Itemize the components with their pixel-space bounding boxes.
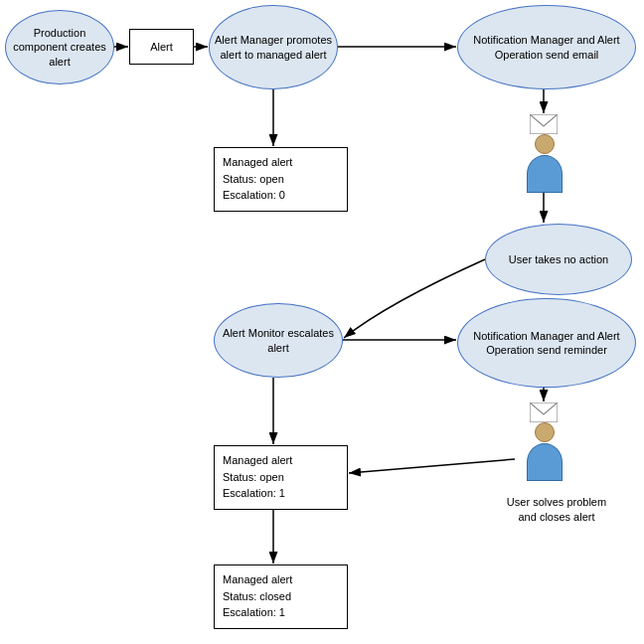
user-solves-label: User solves problemand closes alert bbox=[477, 495, 636, 526]
managed-alert-1-node: Managed alertStatus: openEscalation: 0 bbox=[214, 147, 348, 212]
person-body-2 bbox=[527, 443, 563, 481]
user-no-action-label: User takes no action bbox=[509, 252, 608, 266]
notification-email-node: Notification Manager and Alert Operation… bbox=[457, 5, 636, 89]
production-component-label: Production component creates alert bbox=[6, 26, 113, 69]
managed-alert-2-label: Managed alertStatus: openEscalation: 1 bbox=[223, 452, 292, 502]
person-head-2 bbox=[535, 422, 555, 442]
flow-diagram: Production component creates alert Alert… bbox=[0, 0, 644, 644]
managed-alert-2-node: Managed alertStatus: openEscalation: 1 bbox=[214, 445, 348, 510]
production-component-node: Production component creates alert bbox=[5, 10, 114, 84]
person-body-1 bbox=[527, 155, 563, 193]
alert-box-node: Alert bbox=[129, 29, 194, 65]
envelope-icon-2 bbox=[530, 402, 558, 422]
user-no-action-node: User takes no action bbox=[485, 224, 632, 295]
alert-manager-label: Alert Manager promotes alert to managed … bbox=[210, 33, 337, 62]
arrow-person2-to-managed2 bbox=[349, 459, 515, 473]
envelope-icon-1 bbox=[530, 114, 558, 134]
alert-box-label: Alert bbox=[150, 39, 173, 56]
managed-alert-3-node: Managed alertStatus: closedEscalation: 1 bbox=[214, 564, 348, 629]
managed-alert-1-label: Managed alertStatus: openEscalation: 0 bbox=[223, 154, 292, 204]
person-head-1 bbox=[535, 134, 555, 154]
notification-email-label: Notification Manager and Alert Operation… bbox=[458, 33, 635, 62]
person-icon-2 bbox=[527, 422, 563, 481]
notification-reminder-node: Notification Manager and Alert Operation… bbox=[457, 298, 636, 388]
managed-alert-3-label: Managed alertStatus: closedEscalation: 1 bbox=[223, 571, 292, 621]
alert-monitor-label: Alert Monitor escalates alert bbox=[215, 326, 342, 355]
alert-manager-node: Alert Manager promotes alert to managed … bbox=[209, 5, 338, 89]
alert-monitor-node: Alert Monitor escalates alert bbox=[214, 303, 343, 378]
notification-reminder-label: Notification Manager and Alert Operation… bbox=[458, 329, 635, 358]
person-icon-1 bbox=[527, 134, 563, 193]
